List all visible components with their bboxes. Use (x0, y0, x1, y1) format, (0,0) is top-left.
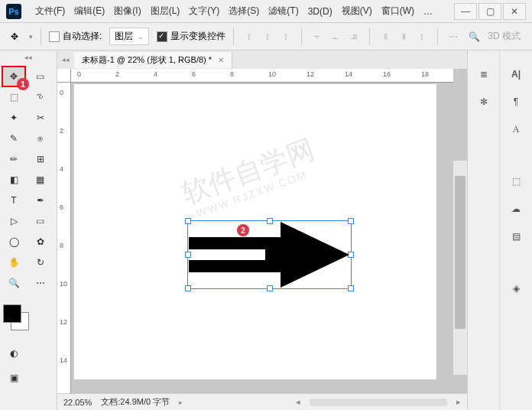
more-options-icon[interactable]: ⋯ (446, 29, 461, 44)
magic-wand-tool[interactable]: ✦ (3, 109, 24, 127)
crop-tool[interactable]: ✂ (30, 109, 51, 127)
layers-icon[interactable]: ◈ (508, 280, 524, 297)
zoom-tool[interactable]: 🔍 (3, 274, 24, 292)
annotation-badge-2: 2 (237, 224, 249, 236)
ruler-tick: 14 (345, 70, 352, 78)
screen-mode-icon[interactable]: ▣ (3, 369, 24, 387)
ruler-tick: 2 (115, 70, 119, 78)
window-controls: — ▢ ✕ (454, 3, 526, 20)
align-bottom-icon[interactable]: ⫶ (278, 29, 294, 44)
minimize-button[interactable]: — (454, 3, 477, 20)
dist-w-icon[interactable]: ⫶ (414, 29, 430, 44)
menu-edit[interactable]: 编辑(E) (70, 5, 109, 18)
3d-icon[interactable]: ⬚ (508, 173, 524, 190)
canvas[interactable]: 软件自学网 WWW.RJZXW.COM (74, 84, 436, 379)
ruler-tick: 16 (383, 70, 391, 78)
close-button[interactable]: ✕ (503, 3, 526, 20)
adjustments-icon[interactable]: ▤ (508, 228, 524, 245)
show-transform-checkbox[interactable] (157, 31, 167, 42)
zoom-level[interactable]: 22.05% (63, 398, 92, 407)
divider (437, 28, 438, 45)
rotate-view-tool[interactable]: ↻ (30, 253, 51, 272)
align-hcenter-icon[interactable]: ⫠ (328, 29, 343, 44)
align-left-icon[interactable]: ⫟ (310, 29, 325, 44)
menu-more[interactable]: … (419, 6, 437, 17)
move-tool[interactable]: ✥ 1 (3, 67, 24, 86)
horizontal-scrollbar[interactable] (310, 399, 447, 406)
scroll-left-icon[interactable]: ◂ (296, 397, 300, 407)
doc-info-dropdown-icon[interactable]: ▸ (179, 399, 183, 406)
menu-3d[interactable]: 3D(D) (303, 6, 337, 17)
document-tab-title: 未标题-1 @ 22% (形状 1, RGB/8) * (82, 54, 212, 66)
arrow-shape[interactable] (189, 222, 349, 288)
toolbar-collapse-icon[interactable]: ◂◂ (0, 54, 57, 64)
eyedropper-tool[interactable]: ✎ (3, 129, 24, 148)
quick-mask-icon[interactable]: ◐ (3, 344, 24, 363)
tool-preset-dropdown-icon[interactable]: ▾ (29, 33, 33, 41)
document-tab[interactable]: 未标题-1 @ 22% (形状 1, RGB/8) * ✕ (74, 52, 232, 68)
menu-text[interactable]: 文字(Y) (184, 5, 224, 18)
maximize-button[interactable]: ▢ (478, 3, 501, 20)
paragraph-icon[interactable]: ¶ (508, 93, 524, 110)
hand-tool[interactable]: ✋ (3, 253, 24, 272)
auto-select-field[interactable]: 自动选择: (49, 30, 102, 43)
ruler-tick: 14 (60, 356, 67, 364)
dist-v-icon[interactable]: ⫵ (396, 29, 411, 44)
ruler-corner (57, 69, 71, 83)
scroll-right-icon[interactable]: ▸ (456, 397, 461, 407)
menu-image[interactable]: 图像(I) (109, 5, 145, 18)
lasso-tool[interactable]: ఌ (30, 88, 51, 106)
ruler-tick: 8 (230, 70, 234, 78)
rectangle-tool[interactable]: ▭ (30, 212, 51, 230)
clone-stamp-tool[interactable]: ⊞ (30, 150, 51, 168)
dist-h-icon[interactable]: ⫴ (378, 29, 393, 44)
pen-tool[interactable]: ✒ (30, 191, 51, 210)
edit-toolbar-icon[interactable]: ⋯ (30, 274, 51, 292)
search-icon[interactable]: 🔍 (469, 31, 480, 42)
ruler-tick: 0 (60, 89, 63, 96)
glyphs-icon[interactable]: A (508, 121, 524, 138)
menu-layer[interactable]: 图层(L) (146, 5, 185, 18)
ellipse-tool[interactable]: ◯ (3, 233, 24, 251)
menu-select[interactable]: 选择(S) (224, 5, 264, 18)
character-icon[interactable]: A| (508, 66, 524, 83)
show-transform-label: 显示变换控件 (170, 30, 225, 43)
vertical-scrollbar[interactable] (453, 161, 467, 375)
libraries-icon[interactable]: ☁ (508, 200, 524, 217)
align-right-icon[interactable]: ⫡ (346, 29, 362, 44)
custom-shape-tool[interactable]: ✿ (30, 233, 51, 251)
doc-info[interactable]: 文档:24.9M/0 字节 (101, 396, 170, 408)
align-group: ⫶ ⫶ ⫶ (242, 29, 294, 44)
ruler-vertical[interactable]: 0 2 4 6 8 10 12 14 16 (57, 83, 71, 410)
ruler-horizontal[interactable]: 0 2 4 6 8 10 12 14 16 18 (71, 69, 453, 83)
foreground-color[interactable] (3, 304, 21, 323)
align-vcenter-icon[interactable]: ⫶ (260, 29, 275, 44)
menu-bar: 文件(F) 编辑(E) 图像(I) 图层(L) 文字(Y) 选择(S) 滤镜(T… (31, 5, 454, 18)
properties-icon[interactable]: ✻ (475, 93, 492, 110)
watermark-line2: WWW.RJZXW.COM (195, 163, 323, 220)
path-select-tool[interactable]: ▷ (3, 212, 24, 230)
brush-tool[interactable]: ✏ (3, 150, 24, 168)
auto-select-checkbox[interactable] (49, 31, 60, 42)
ruler-tick: 10 (60, 280, 67, 288)
type-tool[interactable]: T (3, 191, 24, 210)
align-top-icon[interactable]: ⫶ (242, 29, 257, 44)
ruler-tick: 12 (307, 70, 314, 78)
gradient-tool[interactable]: ▦ (30, 171, 51, 189)
history-icon[interactable]: ≣ (475, 66, 492, 83)
menu-view[interactable]: 视图(V) (337, 5, 377, 18)
show-transform-field[interactable]: 显示变换控件 (157, 30, 225, 43)
marquee-tool[interactable]: ⬚ (3, 88, 24, 106)
menu-filter[interactable]: 滤镜(T) (264, 5, 303, 18)
healing-brush-tool[interactable]: ⍟ (30, 129, 51, 148)
tab-collapse-icon[interactable]: ◂◂ (57, 56, 74, 63)
scrollbar-thumb[interactable] (455, 176, 466, 329)
color-swatches[interactable] (0, 301, 57, 326)
auto-select-label: 自动选择: (63, 30, 102, 43)
menu-file[interactable]: 文件(F) (31, 5, 70, 18)
close-tab-icon[interactable]: ✕ (218, 56, 224, 64)
artboard-tool[interactable]: ▭ (30, 67, 51, 86)
eraser-tool[interactable]: ◧ (3, 171, 24, 189)
layer-dropdown[interactable]: 图层 ⌄ (109, 28, 149, 45)
menu-window[interactable]: 窗口(W) (377, 5, 419, 18)
